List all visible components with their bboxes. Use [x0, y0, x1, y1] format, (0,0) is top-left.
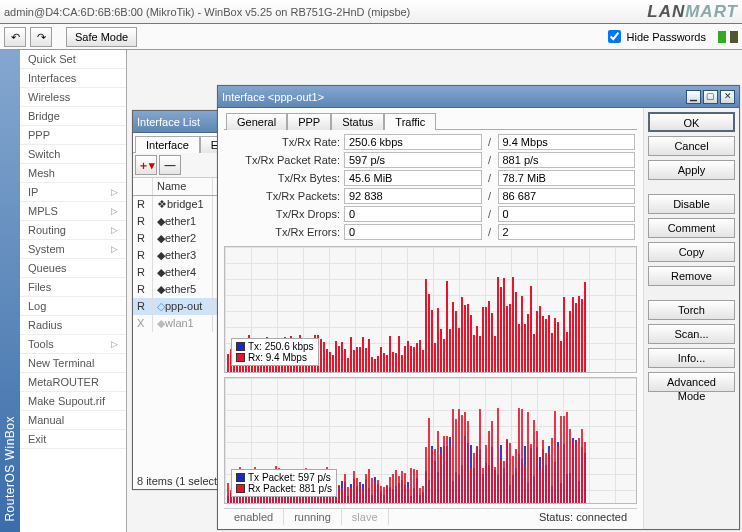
tab-ppp[interactable]: PPP: [287, 113, 331, 130]
chevron-right-icon: ▷: [111, 244, 118, 254]
menu-item-ppp[interactable]: PPP: [20, 126, 126, 145]
remove-button[interactable]: —: [159, 155, 181, 175]
menu-item-radius[interactable]: Radius: [20, 316, 126, 335]
interface-icon: ◆: [157, 215, 165, 227]
menu-item-log[interactable]: Log: [20, 297, 126, 316]
tab-traffic[interactable]: Traffic: [384, 113, 436, 130]
menu-item-interfaces[interactable]: Interfaces: [20, 69, 126, 88]
ok-button[interactable]: OK: [648, 112, 735, 132]
interface-icon: ◆: [157, 266, 165, 278]
main-menu: Quick SetInterfacesWirelessBridgePPPSwit…: [20, 50, 127, 532]
rx-errors: 2: [498, 224, 636, 240]
menu-item-ip[interactable]: IP▷: [20, 183, 126, 202]
menu-item-routing[interactable]: Routing▷: [20, 221, 126, 240]
menu-item-metarouter[interactable]: MetaROUTER: [20, 373, 126, 392]
sidebar-handle[interactable]: RouterOS WinBox: [0, 50, 20, 532]
chevron-right-icon: ▷: [111, 187, 118, 197]
menu-item-wireless[interactable]: Wireless: [20, 88, 126, 107]
tx-packets: 92 838: [344, 188, 482, 204]
interface-icon: ◇: [157, 300, 165, 312]
safe-mode-button[interactable]: Safe Mode: [66, 27, 137, 47]
disable-button[interactable]: Disable: [648, 194, 735, 214]
minimize-button[interactable]: ▁: [686, 90, 701, 104]
packet-legend: Tx Packet: 597 p/s Rx Packet: 881 p/s: [231, 469, 337, 497]
comment-button[interactable]: Comment: [648, 218, 735, 238]
add-button[interactable]: ＋▾: [135, 155, 157, 175]
rx-packets: 86 687: [498, 188, 636, 204]
chevron-right-icon: ▷: [111, 225, 118, 235]
tx-bytes: 45.6 MiB: [344, 170, 482, 186]
interface-icon: ◆: [157, 283, 165, 295]
action-buttons: OK Cancel Apply Disable Comment Copy Rem…: [643, 108, 739, 529]
menu-item-new-terminal[interactable]: New Terminal: [20, 354, 126, 373]
rx-packet-rate: 881 p/s: [498, 152, 636, 168]
rx-bytes: 78.7 MiB: [498, 170, 636, 186]
workspace: Interface List ▁ ▢ ✕ Interface Ethe ＋▾ —: [127, 50, 742, 532]
chevron-right-icon: ▷: [111, 206, 118, 216]
brand-logo: LANMART: [647, 2, 738, 22]
tx-errors: 0: [344, 224, 482, 240]
menu-item-tools[interactable]: Tools▷: [20, 335, 126, 354]
redo-button[interactable]: ↷: [30, 27, 52, 47]
menu-item-queues[interactable]: Queues: [20, 259, 126, 278]
tab-general[interactable]: General: [226, 113, 287, 130]
tab-row: General PPP Status Traffic: [224, 110, 637, 130]
maximize-button[interactable]: ▢: [703, 90, 718, 104]
statusbar-text: 8 items (1 selecte: [137, 475, 223, 487]
window-title: Interface <ppp-out1>: [222, 91, 684, 103]
menu-item-mpls[interactable]: MPLS▷: [20, 202, 126, 221]
info-button[interactable]: Info...: [648, 348, 735, 368]
scan-button[interactable]: Scan...: [648, 324, 735, 344]
rx-drops: 0: [498, 206, 636, 222]
titlebar: admin@D4:CA:6D:6B:6B:00 (MikroTik) - Win…: [0, 0, 742, 24]
interface-icon: ◆: [157, 317, 165, 329]
main-toolbar: ↶ ↷ Safe Mode Hide Passwords: [0, 24, 742, 50]
led-indicator-icon: [718, 31, 726, 43]
menu-item-manual[interactable]: Manual: [20, 411, 126, 430]
cancel-button[interactable]: Cancel: [648, 136, 735, 156]
rate-chart: Tx: 250.6 kbps Rx: 9.4 Mbps: [224, 246, 637, 373]
interface-icon: ◆: [157, 232, 165, 244]
square-icon: [236, 342, 245, 351]
window-title: admin@D4:CA:6D:6B:6B:00 (MikroTik) - Win…: [4, 6, 410, 18]
tx-drops: 0: [344, 206, 482, 222]
menu-item-system[interactable]: System▷: [20, 240, 126, 259]
copy-button[interactable]: Copy: [648, 242, 735, 262]
traffic-fields: Tx/Rx Rate:250.6 kbps/9.4 Mbps Tx/Rx Pac…: [226, 134, 635, 240]
undo-button[interactable]: ↶: [4, 27, 26, 47]
interface-detail-window[interactable]: Interface <ppp-out1> ▁ ▢ ✕ General PPP S…: [217, 85, 740, 530]
menu-item-make-supout-rif[interactable]: Make Supout.rif: [20, 392, 126, 411]
interface-icon: ❖: [157, 198, 167, 210]
interface-icon: ◆: [157, 249, 165, 261]
menu-item-exit[interactable]: Exit: [20, 430, 126, 449]
hide-passwords-checkbox[interactable]: Hide Passwords: [604, 27, 706, 46]
advanced-mode-button[interactable]: Advanced Mode: [648, 372, 735, 392]
chevron-right-icon: ▷: [111, 339, 118, 349]
square-icon: [236, 353, 245, 362]
menu-item-bridge[interactable]: Bridge: [20, 107, 126, 126]
rx-rate: 9.4 Mbps: [498, 134, 636, 150]
col-name[interactable]: Name: [153, 178, 213, 195]
apply-button[interactable]: Apply: [648, 160, 735, 180]
tab-interface[interactable]: Interface: [135, 136, 200, 153]
torch-button[interactable]: Torch: [648, 300, 735, 320]
detail-statusbar: enabled running slave Status: connected: [224, 508, 637, 525]
remove-button[interactable]: Remove: [648, 266, 735, 286]
close-button[interactable]: ✕: [720, 90, 735, 104]
lock-icon: [730, 31, 738, 43]
menu-item-quick-set[interactable]: Quick Set: [20, 50, 126, 69]
square-icon: [236, 473, 245, 482]
tx-packet-rate: 597 p/s: [344, 152, 482, 168]
menu-item-switch[interactable]: Switch: [20, 145, 126, 164]
menu-item-mesh[interactable]: Mesh: [20, 164, 126, 183]
square-icon: [236, 484, 245, 493]
packet-chart: Tx Packet: 597 p/s Rx Packet: 881 p/s: [224, 377, 637, 504]
tab-status[interactable]: Status: [331, 113, 384, 130]
rate-legend: Tx: 250.6 kbps Rx: 9.4 Mbps: [231, 338, 319, 366]
menu-item-files[interactable]: Files: [20, 278, 126, 297]
tx-rate: 250.6 kbps: [344, 134, 482, 150]
